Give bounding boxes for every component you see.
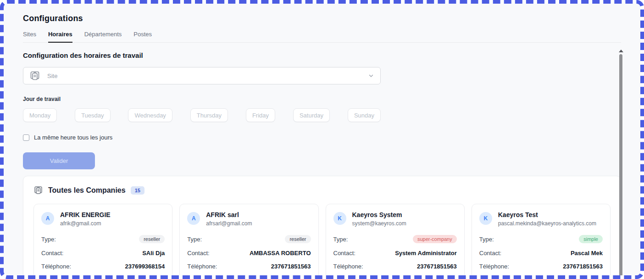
phone-label: Téléphone: xyxy=(479,263,509,270)
type-badge: reseller xyxy=(139,235,165,243)
schedule-section-heading: Configuration des horaires de travail xyxy=(23,51,621,59)
scrollbar-up-arrow-icon[interactable] xyxy=(619,50,623,52)
phone-label: Téléphone: xyxy=(41,263,71,270)
company-email: afrik@gmail.com xyxy=(60,220,111,227)
day-button-friday[interactable]: Friday xyxy=(246,108,275,122)
day-button-sunday[interactable]: Sunday xyxy=(348,108,381,122)
tab-bar: Sites Horaires Départements Postes xyxy=(23,31,621,43)
phone-value: 237671851563 xyxy=(271,263,311,270)
app-window: Configurations Sites Horaires Départemen… xyxy=(0,0,644,279)
tab-sites[interactable]: Sites xyxy=(23,31,36,42)
company-card: K Kaeyros System system@kaeyros.com Type… xyxy=(326,204,465,275)
contact-value: SAli Dja xyxy=(142,250,165,257)
site-select-placeholder: Site xyxy=(47,73,57,79)
valider-button[interactable]: Valider xyxy=(23,152,95,169)
configurations-page: Configurations Sites Horaires Départemen… xyxy=(4,4,640,275)
avatar: K xyxy=(333,212,346,225)
company-card: K Kaeyros Test pascal.mekinda@kaeyros-an… xyxy=(472,204,611,275)
day-button-monday[interactable]: Monday xyxy=(23,108,57,122)
type-badge: super-company xyxy=(413,235,457,243)
company-email: afrsarl@gmail.com xyxy=(206,220,252,227)
type-label: Type: xyxy=(479,236,494,243)
company-email: system@kaeyros.com xyxy=(352,220,406,227)
contact-value: System Administrator xyxy=(395,250,457,257)
phone-value: 237671851563 xyxy=(563,263,603,270)
company-name: Kaeyros Test xyxy=(498,211,596,218)
site-select[interactable]: Site xyxy=(23,67,381,84)
avatar: A xyxy=(41,212,54,225)
company-name: Kaeyros System xyxy=(352,211,406,218)
type-label: Type: xyxy=(187,236,202,243)
day-button-tuesday[interactable]: Tuesday xyxy=(75,108,110,122)
same-hour-row[interactable]: La même heure tous les jours xyxy=(23,134,112,141)
contact-label: Contact: xyxy=(187,250,209,257)
companies-header: Toutes les Companies 15 xyxy=(33,185,611,195)
contact-value: Pascal Mek xyxy=(571,250,603,257)
tab-postes[interactable]: Postes xyxy=(133,31,152,42)
contact-value: AMBASSA ROBERTO xyxy=(250,250,311,257)
company-email: pascal.mekinda@kaeyros-analytics.com xyxy=(498,220,596,227)
phone-value: 237671851563 xyxy=(417,263,457,270)
companies-title: Toutes les Companies xyxy=(48,186,126,195)
avatar: K xyxy=(479,212,492,225)
company-name: AFRIK sarl xyxy=(206,211,252,218)
companies-count-badge: 15 xyxy=(131,186,144,195)
contact-label: Contact: xyxy=(333,250,355,257)
day-button-saturday[interactable]: Saturday xyxy=(293,108,330,122)
day-button-thursday[interactable]: Thursday xyxy=(190,108,228,122)
company-name: AFRIK ENERGIE xyxy=(60,211,111,218)
type-badge: reseller xyxy=(285,235,311,243)
type-badge: simple xyxy=(579,235,603,243)
day-button-group: Monday Tuesday Wednesday Thursday Friday… xyxy=(23,108,381,122)
company-icon xyxy=(33,185,43,195)
type-label: Type: xyxy=(41,236,56,243)
tab-departements[interactable]: Départements xyxy=(84,31,122,42)
tab-horaires[interactable]: Horaires xyxy=(48,31,72,43)
phone-value: 237699368154 xyxy=(125,263,165,270)
same-hour-checkbox[interactable] xyxy=(23,134,29,141)
scrollbar[interactable] xyxy=(619,54,622,275)
company-icon xyxy=(29,70,40,81)
type-label: Type: xyxy=(333,236,348,243)
company-card-grid: A AFRIK ENERGIE afrik@gmail.com Type:res… xyxy=(33,204,611,275)
same-hour-label: La même heure tous les jours xyxy=(34,134,112,141)
phone-label: Téléphone: xyxy=(333,263,363,270)
company-card: A AFRIK sarl afrsarl@gmail.com Type:rese… xyxy=(179,204,318,275)
day-of-work-label: Jour de travail xyxy=(23,96,621,102)
companies-panel: Toutes les Companies 15 A AFRIK ENERGIE … xyxy=(23,176,621,275)
company-card: A AFRIK ENERGIE afrik@gmail.com Type:res… xyxy=(33,204,172,275)
contact-label: Contact: xyxy=(41,250,63,257)
page-title: Configurations xyxy=(23,14,621,23)
avatar: A xyxy=(187,212,200,225)
contact-label: Contact: xyxy=(479,250,501,257)
day-button-wednesday[interactable]: Wednesday xyxy=(128,108,172,122)
chevron-down-icon xyxy=(368,73,374,79)
phone-label: Téléphone: xyxy=(187,263,217,270)
